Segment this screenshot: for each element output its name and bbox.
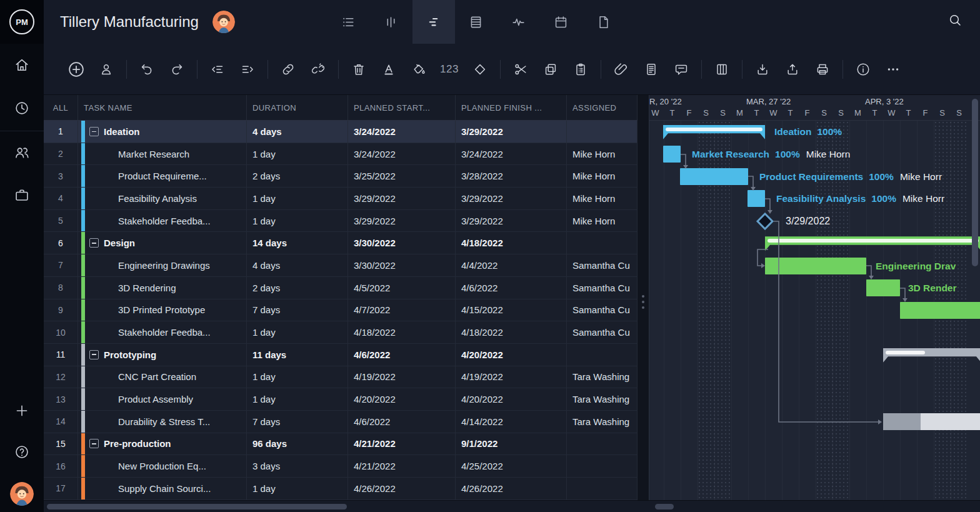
table-row[interactable]: 5Stakeholder Feedba...1 day3/29/20223/29…	[44, 210, 638, 233]
activity-icon	[511, 14, 526, 30]
sidebar-home-button[interactable]	[11, 54, 33, 76]
duration-cell: 7 days	[247, 299, 348, 321]
timeline-day-label: M	[731, 108, 748, 118]
toolbar-attachment-button[interactable]	[612, 61, 630, 78]
sidebar-portfolio-button[interactable]	[11, 184, 33, 206]
table-row[interactable]: 12CNC Part Creation1 day4/19/20224/19/20…	[44, 366, 638, 389]
toolbar-more-button[interactable]	[884, 61, 902, 78]
view-tab-activity[interactable]	[498, 0, 540, 44]
column-header-all[interactable]: ALL	[44, 95, 78, 120]
bar-label-task-name: Ideation	[774, 126, 811, 137]
column-header-duration[interactable]: DURATION	[247, 95, 348, 120]
table-row[interactable]: 14Durability & Stress T...7 days4/6/2022…	[44, 411, 638, 433]
start-cell: 4/19/2022	[348, 366, 456, 388]
table-row[interactable]: 4Feasibility Analysis1 day3/29/20223/29/…	[44, 188, 638, 210]
toolbar-copy-button[interactable]	[542, 61, 559, 78]
bar-label-percent: 100%	[817, 126, 842, 137]
table-row[interactable]: 3Product Requireme...2 days3/25/20223/28…	[44, 165, 638, 188]
project-owner-avatar[interactable]	[212, 11, 235, 33]
table-row[interactable]: 17Supply Chain Sourci...1 day4/26/20224/…	[44, 478, 638, 500]
row-number: 5	[44, 210, 78, 232]
home-icon	[14, 57, 30, 73]
task-name: Pre-production	[104, 438, 171, 449]
table-row[interactable]: 93D Printed Prototype7 days4/7/20224/15/…	[44, 299, 638, 322]
table-row[interactable]: 13Product Assembly1 day4/20/20224/20/202…	[44, 388, 638, 411]
toolbar-trash-button[interactable]	[350, 61, 368, 78]
row-number: 2	[44, 143, 78, 165]
sheet-icon	[468, 14, 484, 30]
timeline-day-label: F	[681, 108, 698, 118]
view-tab-sheet[interactable]	[455, 0, 498, 44]
view-tab-board[interactable]	[370, 0, 412, 44]
table-row[interactable]: 16New Production Eq...3 days4/21/20224/2…	[44, 455, 638, 478]
table-row[interactable]: 11Prototyping11 days4/6/20224/20/2022	[44, 344, 638, 366]
user-avatar[interactable]	[10, 482, 34, 506]
toolbar-assign-user-button[interactable]	[98, 61, 115, 78]
indent-icon	[240, 62, 255, 77]
assigned-cell: Mike Horn	[567, 165, 638, 187]
view-tab-list[interactable]	[328, 0, 370, 44]
column-header-assigned[interactable]: ASSIGNED	[567, 95, 638, 120]
toolbar-font-color-button[interactable]	[380, 61, 398, 78]
collapse-toggle-icon[interactable]	[89, 439, 99, 448]
pane-splitter[interactable]	[638, 95, 649, 500]
toolbar-milestone-diamond-button[interactable]	[471, 61, 489, 78]
task-name: Market Research	[118, 149, 189, 159]
bar-label-task-name: Market Research	[692, 149, 769, 159]
collapse-toggle-icon[interactable]	[89, 238, 99, 248]
toolbar-redo-button[interactable]	[168, 61, 186, 78]
toolbar-paste-button[interactable]	[572, 61, 589, 78]
team-icon	[14, 144, 30, 161]
view-tab-calendar[interactable]	[540, 0, 582, 44]
table-row[interactable]: 10Stakeholder Feedba...1 day4/18/20224/1…	[44, 321, 638, 344]
assigned-cell: Tara Washing	[567, 388, 638, 410]
start-cell: 4/18/2022	[348, 321, 456, 343]
toolbar-import-button[interactable]	[754, 61, 771, 78]
toolbar-outdent-button[interactable]	[209, 61, 226, 78]
collapse-toggle-icon[interactable]	[89, 350, 99, 359]
table-row[interactable]: 15Pre-production96 days4/21/20229/1/2022	[44, 433, 638, 456]
table-horizontal-scrollbar-thumb[interactable]	[47, 504, 347, 509]
toolbar-undo-button[interactable]	[138, 61, 156, 78]
toolbar-info-button[interactable]	[854, 61, 872, 78]
search-icon[interactable]	[948, 13, 966, 31]
table-row[interactable]: 2Market Research1 day3/24/20223/24/2022M…	[44, 143, 638, 166]
cut-icon	[513, 62, 528, 77]
column-header-planned-finish[interactable]: PLANNED FINISH ...	[456, 95, 567, 120]
table-row[interactable]: 83D Rendering2 days4/5/20224/6/2022Saman…	[44, 277, 638, 299]
sidebar-clock-button[interactable]	[11, 97, 33, 119]
gantt-horizontal-scrollbar-thumb[interactable]	[655, 504, 674, 509]
toolbar-indent-button[interactable]	[239, 61, 256, 78]
toolbar-plus-circle-button[interactable]	[68, 61, 85, 78]
table-row[interactable]: 6Design14 days3/30/20224/18/2022	[44, 232, 638, 254]
toolbar-columns-button[interactable]	[713, 61, 731, 78]
board-icon	[383, 14, 399, 30]
timeline-day-label: T	[782, 108, 799, 118]
toolbar-export-button[interactable]	[784, 61, 801, 78]
sidebar-help-button[interactable]	[11, 441, 33, 463]
table-row[interactable]: 7Engineering Drawings4 days3/30/20224/4/…	[44, 254, 638, 277]
notes-icon	[644, 62, 659, 77]
assigned-cell: Samantha Cu	[567, 277, 638, 299]
collapse-toggle-icon[interactable]	[89, 127, 99, 136]
view-tab-gantt[interactable]	[412, 0, 455, 44]
column-header-planned-start[interactable]: PLANNED START...	[348, 95, 456, 120]
toolbar-comment-button[interactable]	[672, 61, 690, 78]
view-tab-docs[interactable]	[582, 0, 625, 44]
toolbar-unlink-button[interactable]	[309, 61, 327, 78]
sidebar-plus-button[interactable]	[11, 399, 33, 422]
toolbar-notes-button[interactable]	[642, 61, 660, 78]
toolbar-print-button[interactable]	[814, 61, 831, 78]
finish-cell: 4/15/2022	[456, 299, 567, 321]
row-number: 12	[44, 366, 78, 388]
start-cell: 4/7/2022	[348, 299, 456, 321]
toolbar-cut-button[interactable]	[512, 61, 529, 78]
toolbar-fill-color-button[interactable]	[410, 61, 428, 78]
gantt-vertical-scrollbar-thumb[interactable]	[972, 99, 978, 266]
table-row[interactable]: 1Ideation4 days3/24/20223/29/2022	[44, 121, 638, 143]
toolbar-link-button[interactable]	[279, 61, 297, 78]
app-logo[interactable]: PM	[0, 0, 44, 44]
column-header-task-name[interactable]: TASK NAME	[78, 95, 247, 120]
sidebar-team-button[interactable]	[11, 141, 33, 164]
toolbar-number-format-button[interactable]: 123	[440, 63, 459, 76]
